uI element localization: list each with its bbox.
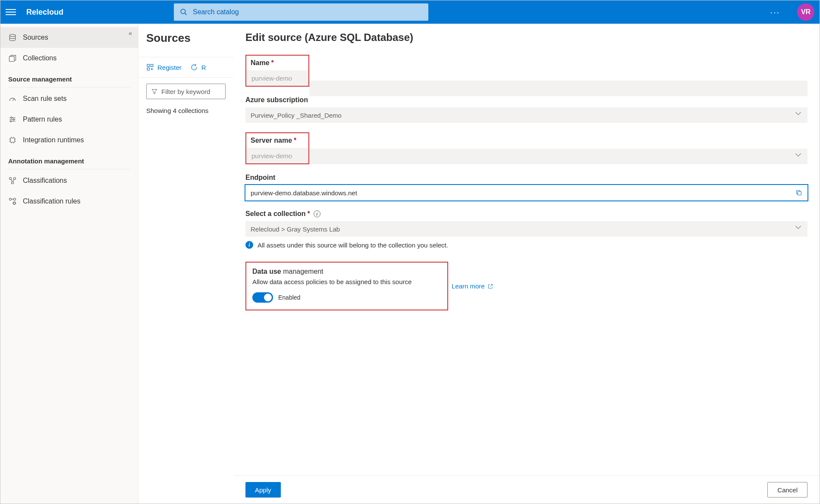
panel-title: Edit source (Azure SQL Database) — [245, 31, 807, 44]
collection-label: Select a collection — [245, 210, 306, 218]
toggle-state: Enabled — [278, 294, 300, 301]
nav-section-annotation-mgmt: Annotation management — [0, 150, 138, 168]
server-select-continuation — [309, 149, 807, 164]
collection-select[interactable]: Relecloud > Gray Systems Lab — [245, 221, 807, 237]
avatar[interactable]: VR — [797, 3, 814, 21]
nav-item-classification-rules[interactable]: Classification rules — [0, 191, 138, 212]
subscription-select[interactable]: Purview_Policy _Shared_Demo — [245, 107, 807, 123]
server-label: Server name — [251, 137, 292, 144]
nav-item-sources[interactable]: Sources — [0, 27, 138, 48]
endpoint-value: purview-demo.database.windows.net — [251, 189, 357, 197]
left-nav: « Sources Collections Source management … — [0, 24, 138, 504]
svg-rect-11 — [10, 138, 15, 142]
relations-icon — [8, 176, 17, 185]
svg-rect-3 — [9, 56, 15, 62]
svg-point-25 — [9, 198, 12, 200]
gauge-icon — [8, 94, 17, 103]
filter-placeholder: Filter by keyword — [161, 88, 210, 95]
svg-point-8 — [11, 117, 12, 118]
server-field-highlight: Server name * purview-demo — [245, 132, 309, 164]
info-icon[interactable]: i — [314, 210, 320, 217]
chevron-down-icon — [796, 112, 802, 118]
learn-more-link[interactable]: Learn more — [452, 282, 493, 290]
svg-line-24 — [13, 179, 14, 182]
collection-value: Relecloud > Gray Systems Lab — [251, 225, 340, 233]
required-mark: * — [294, 137, 296, 144]
nav-label: Classifications — [23, 177, 67, 185]
endpoint-label: Endpoint — [245, 174, 275, 182]
refresh-button[interactable]: R — [190, 63, 206, 71]
nav-section-source-mgmt: Source management — [0, 69, 138, 86]
relations-gear-icon — [8, 197, 17, 206]
chevron-down-icon — [796, 153, 802, 160]
nav-label: Pattern rules — [23, 116, 62, 123]
svg-line-36 — [490, 284, 492, 286]
apply-button[interactable]: Apply — [245, 482, 281, 498]
filter-input[interactable]: Filter by keyword — [146, 84, 226, 99]
search-input[interactable]: Search catalog — [174, 3, 428, 21]
svg-marker-34 — [152, 89, 157, 94]
info-icon: i — [245, 241, 253, 249]
nav-item-scan-rule-sets[interactable]: Scan rule sets — [0, 88, 138, 109]
showing-text: Showing 4 collections — [146, 107, 226, 114]
name-label: Name — [251, 59, 270, 67]
svg-rect-35 — [798, 191, 801, 195]
copy-icon[interactable] — [795, 189, 802, 196]
nav-item-collections[interactable]: Collections — [0, 48, 138, 69]
collapse-nav-button[interactable]: « — [129, 30, 132, 37]
more-button[interactable]: ··· — [765, 7, 785, 17]
endpoint-input[interactable]: purview-demo.database.windows.net — [245, 185, 807, 200]
menu-icon[interactable] — [6, 7, 16, 17]
nav-label: Sources — [23, 34, 48, 41]
sliders-icon — [8, 115, 17, 124]
svg-point-0 — [181, 9, 185, 14]
nav-item-integration-runtimes[interactable]: Integration runtimes — [0, 130, 138, 150]
chevron-down-icon — [796, 226, 802, 232]
grid-plus-icon — [146, 63, 154, 71]
data-use-toggle[interactable] — [252, 292, 273, 303]
svg-line-23 — [11, 179, 13, 182]
name-input-continuation — [309, 81, 807, 96]
svg-rect-29 — [147, 64, 149, 66]
filter-icon — [151, 88, 158, 95]
sources-toolbar: Register R — [138, 57, 233, 78]
name-field-highlight: Name * purview-demo — [245, 55, 309, 87]
top-bar: Relecloud Search catalog ··· VR — [0, 0, 820, 24]
collection-help: All assets under this source will belong… — [258, 241, 448, 249]
required-mark: * — [308, 210, 310, 218]
cancel-button[interactable]: Cancel — [767, 482, 807, 498]
nav-item-classifications[interactable]: Classifications — [0, 170, 138, 191]
database-icon — [8, 33, 17, 42]
svg-point-26 — [14, 198, 16, 200]
subscription-value: Purview_Policy _Shared_Demo — [251, 112, 342, 119]
nav-label: Integration runtimes — [23, 136, 84, 144]
required-mark: * — [271, 59, 274, 67]
edit-source-panel: Edit source (Azure SQL Database) Name * … — [233, 24, 820, 504]
nav-label: Classification rules — [23, 197, 80, 205]
collections-icon — [8, 54, 17, 63]
svg-rect-30 — [151, 64, 153, 66]
svg-point-22 — [12, 182, 14, 184]
external-link-icon — [487, 283, 493, 289]
server-input[interactable]: purview-demo — [246, 148, 308, 163]
refresh-label: R — [201, 64, 206, 71]
data-use-title: Data use management — [252, 268, 441, 275]
chip-icon — [8, 136, 17, 144]
svg-rect-31 — [147, 68, 149, 70]
data-use-desc: Allow data access policies to be assigne… — [252, 278, 441, 285]
search-icon — [180, 8, 188, 16]
nav-label: Scan rule sets — [23, 95, 66, 103]
svg-point-10 — [10, 121, 11, 122]
nav-label: Collections — [23, 54, 57, 62]
refresh-icon — [190, 63, 198, 71]
svg-point-9 — [13, 119, 14, 120]
sources-title: Sources — [146, 31, 226, 45]
name-input[interactable]: purview-demo — [246, 70, 308, 86]
register-button[interactable]: Register — [146, 63, 182, 71]
sources-column: Sources Register R Filter by keyword Sho… — [138, 24, 233, 504]
brand-title: Relecloud — [26, 8, 63, 17]
nav-item-pattern-rules[interactable]: Pattern rules — [0, 109, 138, 130]
subscription-label: Azure subscription — [245, 96, 308, 104]
svg-line-1 — [185, 13, 187, 15]
search-placeholder: Search catalog — [193, 8, 239, 16]
